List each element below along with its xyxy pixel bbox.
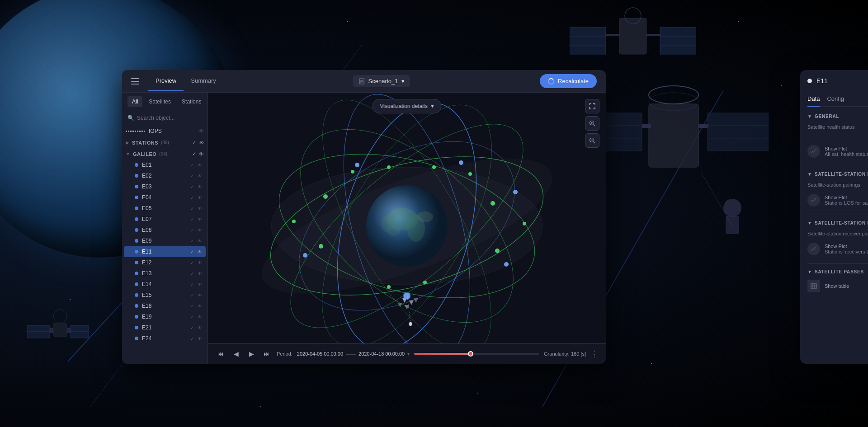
satellite-item-e14[interactable]: E14 ✓ 👁 xyxy=(124,279,206,290)
sat-eye-icon[interactable]: 👁 xyxy=(198,195,202,200)
sat-check-icon[interactable]: ✓ xyxy=(190,174,194,178)
sat-dot xyxy=(135,315,138,319)
sat-check-icon[interactable]: ✓ xyxy=(190,195,194,200)
period-arrow[interactable]: ▾ xyxy=(407,352,410,357)
sat-check-icon[interactable]: ✓ xyxy=(190,314,194,319)
sat-check-icon[interactable]: ✓ xyxy=(190,260,194,265)
sat-check-icon[interactable]: ✓ xyxy=(190,293,194,298)
satellite-item-e12[interactable]: E12 ✓ 👁 xyxy=(124,257,206,268)
satellite-item-e21[interactable]: E21 ✓ 👁 xyxy=(124,322,206,333)
satellite-item-e15[interactable]: E15 ✓ 👁 xyxy=(124,290,206,300)
satellite-item-e02[interactable]: E02 ✓ 👁 xyxy=(124,170,206,181)
sat-eye-icon[interactable]: 👁 xyxy=(198,282,202,287)
forward-button[interactable]: ▶ xyxy=(246,348,257,359)
zoom-in-button[interactable] xyxy=(585,116,599,131)
visualization-area[interactable]: Visualization details ▾ xyxy=(208,93,606,364)
sidebar-tab-stations[interactable]: Stations xyxy=(177,96,206,107)
galileo-group-header[interactable]: ▼ GALILEO (24) ✓ 👁 xyxy=(122,148,208,160)
sat-check-icon[interactable]: ✓ xyxy=(190,217,194,222)
sat-check-icon[interactable]: ✓ xyxy=(190,206,194,211)
fullscreen-button[interactable] xyxy=(585,99,599,113)
sat-check-icon[interactable]: ✓ xyxy=(190,239,194,244)
zoom-out-button[interactable] xyxy=(585,133,599,148)
sat-check-icon[interactable]: ✓ xyxy=(190,184,194,189)
skip-back-button[interactable]: ⏮ xyxy=(215,348,226,359)
stations-group-label: STATIONS xyxy=(132,140,158,145)
sat-check-icon[interactable]: ✓ xyxy=(190,282,194,287)
show-plot-receiver[interactable]: Show Plot Stations' receivers LOS for sa… xyxy=(807,240,868,258)
scenario-selector[interactable]: Scenario_1 ▾ xyxy=(353,75,410,87)
panel-tab-data[interactable]: Data xyxy=(807,92,820,107)
sat-eye-icon[interactable]: 👁 xyxy=(198,239,202,244)
igps-group[interactable]: IGPS 👁 xyxy=(122,125,208,137)
show-plot-general[interactable]: Show Plot All sat. health status xyxy=(807,142,868,160)
satellite-item-e09[interactable]: E09 ✓ 👁 xyxy=(124,235,206,246)
sat-passes-section-header[interactable]: ▼ SATELLITE PASSES xyxy=(807,269,868,274)
galileo-check-icon[interactable]: ✓ xyxy=(192,151,196,157)
sat-eye-icon[interactable]: 👁 xyxy=(198,336,202,341)
sat-eye-icon[interactable]: 👁 xyxy=(198,249,202,254)
search-input[interactable] xyxy=(137,115,202,121)
satellite-item-e11[interactable]: E11 ✓ 👁 xyxy=(124,246,206,257)
general-section-header[interactable]: ▼ GENERAL xyxy=(807,114,868,119)
satellite-item-e18[interactable]: E18 ✓ 👁 xyxy=(124,300,206,311)
sat-eye-icon[interactable]: 👁 xyxy=(198,293,202,298)
igps-visibility-icon[interactable]: 👁 xyxy=(199,128,204,134)
stations-eye-icon[interactable]: 👁 xyxy=(199,140,204,145)
sat-check-icon[interactable]: ✓ xyxy=(190,336,194,341)
satellite-item-e04[interactable]: E04 ✓ 👁 xyxy=(124,192,206,203)
timeline-scrubber[interactable] xyxy=(414,353,539,355)
stations-group-header[interactable]: ▶ STATIONS (39) ✓ 👁 xyxy=(122,137,208,148)
sat-eye-icon[interactable]: 👁 xyxy=(198,217,202,222)
timeline-more-button[interactable]: ⋮ xyxy=(590,349,599,359)
svg-rect-21 xyxy=(708,138,769,151)
satellite-item-e19[interactable]: E19 ✓ 👁 xyxy=(124,311,206,322)
satellite-item-e01[interactable]: E01 ✓ 👁 xyxy=(124,160,206,170)
galileo-eye-icon[interactable]: 👁 xyxy=(199,151,204,157)
sat-eye-icon[interactable]: 👁 xyxy=(198,271,202,276)
sat-eye-icon[interactable]: 👁 xyxy=(198,260,202,265)
sidebar-tab-all[interactable]: All xyxy=(127,96,142,107)
stations-check-icon[interactable]: ✓ xyxy=(192,140,196,145)
svg-point-70 xyxy=(319,244,323,249)
satellite-item-e24[interactable]: E24 ✓ 👁 xyxy=(124,333,206,344)
satellite-item-e03[interactable]: E03 ✓ 👁 xyxy=(124,181,206,192)
sat-eye-icon[interactable]: 👁 xyxy=(198,314,202,319)
sat-station-receiver-section-header[interactable]: ▼ SATELLITE-STATION RECEIVER PAIRINGS xyxy=(807,221,868,225)
svg-rect-27 xyxy=(27,325,50,332)
show-plot-sub-2: Stations LOS for satellite xyxy=(825,200,868,206)
sat-eye-icon[interactable]: 👁 xyxy=(198,325,202,330)
skip-forward-button[interactable]: ⏭ xyxy=(261,348,272,359)
recalculate-button[interactable]: Recalculate xyxy=(540,74,597,88)
tab-preview[interactable]: Preview xyxy=(148,71,184,91)
panel-tab-config[interactable]: Config xyxy=(827,92,844,107)
timeline-thumb[interactable] xyxy=(468,351,473,357)
menu-button[interactable] xyxy=(131,78,139,84)
sat-check-icon[interactable]: ✓ xyxy=(190,304,194,309)
sat-check-icon[interactable]: ✓ xyxy=(190,228,194,233)
satellite-item-e07[interactable]: E07 ✓ 👁 xyxy=(124,214,206,225)
sidebar-tab-satellites[interactable]: Satellites xyxy=(144,96,175,107)
back-button[interactable]: ◀ xyxy=(231,348,241,359)
sat-check-icon[interactable]: ✓ xyxy=(190,163,194,168)
show-plot-label: Show Plot xyxy=(825,146,868,151)
satellite-item-e08[interactable]: E08 ✓ 👁 xyxy=(124,225,206,235)
sat-eye-icon[interactable]: 👁 xyxy=(198,163,202,168)
sat-eye-icon[interactable]: 👁 xyxy=(198,174,202,178)
show-table-row[interactable]: Show table xyxy=(807,280,868,292)
scenario-arrow: ▾ xyxy=(401,78,405,84)
sat-eye-icon[interactable]: 👁 xyxy=(198,304,202,309)
show-plot-sat-station[interactable]: Show Plot Stations LOS for satellite xyxy=(807,191,868,209)
visualization-details-button[interactable]: Visualization details ▾ xyxy=(372,99,441,113)
sat-check-icon[interactable]: ✓ xyxy=(190,249,194,254)
satellite-item-e05[interactable]: E05 ✓ 👁 xyxy=(124,203,206,214)
chart-icon-2 xyxy=(811,197,817,203)
tab-summary[interactable]: Summary xyxy=(184,71,223,91)
sat-eye-icon[interactable]: 👁 xyxy=(198,228,202,233)
sat-check-icon[interactable]: ✓ xyxy=(190,271,194,276)
sat-station-section-header[interactable]: ▼ SATELLITE-STATION PAIRINGS xyxy=(807,172,868,177)
sat-check-icon[interactable]: ✓ xyxy=(190,325,194,330)
satellite-item-e13[interactable]: E13 ✓ 👁 xyxy=(124,268,206,279)
sat-eye-icon[interactable]: 👁 xyxy=(198,184,202,189)
sat-eye-icon[interactable]: 👁 xyxy=(198,206,202,211)
